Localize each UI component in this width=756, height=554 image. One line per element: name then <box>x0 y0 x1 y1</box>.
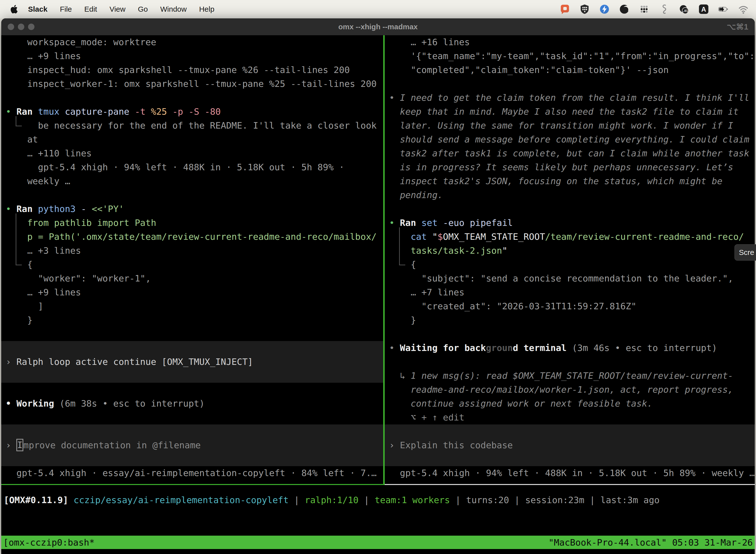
terminal-text-segment: readme-and-reco/mailbox/worker-1.json, a… <box>389 384 733 395</box>
terminal-text-segment: capture-pane <box>65 107 135 117</box>
menu-item-file[interactable]: File <box>54 5 78 13</box>
crescent-circle-icon[interactable] <box>619 3 630 15</box>
active-pane-border-segment <box>1 484 385 485</box>
menu-item-go[interactable]: Go <box>132 5 154 13</box>
terminal-text-segment: › <box>6 440 16 450</box>
terminal-line: inspect task2's JSON, focusing on the st… <box>385 174 755 188</box>
terminal-text-segment: %25 <box>151 107 172 117</box>
bolt-circle-icon[interactable] <box>599 3 610 15</box>
terminal-line: • Ran set -euo pipefail <box>385 216 755 230</box>
terminal-text-segment: inspect_hud: omx sparkshell --tmux-pane … <box>6 65 350 75</box>
terminal-line: should send a message before completing … <box>385 132 755 147</box>
terminal-text-segment: ↳ 1 new msg(s): read $OMX_TEAM_STATE_ROO… <box>389 371 733 381</box>
letter-a-icon[interactable]: A <box>698 3 709 15</box>
terminal-line: gpt-5.4 xhigh · essay/ai-reimplementatio… <box>1 466 383 480</box>
tmux-panes: workspace_mode: worktree … +9 lines insp… <box>1 35 755 484</box>
squiggle-icon[interactable] <box>658 3 670 15</box>
terminal-line: } <box>1 313 383 327</box>
terminal-line <box>1 383 383 397</box>
terminal-text-segment: inspect task2's JSON, focusing on the st… <box>389 176 722 186</box>
right-terminal-pane[interactable]: … +16 lines '{"team_name":"my-team","tas… <box>385 35 755 484</box>
menu-item-help[interactable]: Help <box>193 5 221 13</box>
minimize-button[interactable] <box>18 23 24 30</box>
close-button[interactable] <box>8 23 14 30</box>
terminal-text-segment: cat <box>389 232 432 242</box>
apple-icon[interactable] <box>10 4 18 14</box>
terminal-text-segment: d terminal <box>513 343 572 353</box>
terminal-line <box>1 91 383 105</box>
terminal-line <box>1 327 383 341</box>
terminal-line: "created_at": "2026-03-31T11:59:27.816Z" <box>385 299 755 313</box>
menu-items: SlackFileEditViewGoWindowHelp <box>22 5 220 13</box>
terminal-text-segment: (6m 38s • esc to interrupt) <box>60 398 205 408</box>
terminal-line: "worker": "worker-1", <box>1 272 383 285</box>
terminal-text-segment: should send a message before completing … <box>389 134 749 145</box>
terminal-line: tasks/task-2.json" <box>385 244 755 258</box>
menu-item-slack[interactable]: Slack <box>22 5 54 13</box>
terminal-line: • Working (6m 38s • esc to interrupt) <box>1 397 383 410</box>
terminal-text-segment: be necessary for the end of the README. … <box>6 120 377 130</box>
terminal-text-segment: • <box>389 343 400 353</box>
terminal-line <box>385 452 755 466</box>
terminal-text-segment: OMX_TEAM_STATE_ROOT <box>443 232 545 242</box>
terminal-text-segment: python3 <box>38 204 81 214</box>
terminal-text-segment: I <box>16 439 23 451</box>
terminal-text-segment: … +9 lines <box>6 287 81 297</box>
terminal-text-segment: set <box>422 218 443 228</box>
terminal-line: workspace_mode: worktree <box>1 35 383 49</box>
terminal-text-segment: … +110 lines <box>6 148 92 158</box>
terminal-text-segment: tasks/task-2.json <box>389 245 502 256</box>
terminal-text-segment: /team/review-current-readme-and-reco/ <box>545 232 744 242</box>
terminal-line: task2 after task1 is complete, but can I… <box>385 147 755 160</box>
terminal-text-segment: I need to get the claim token from the c… <box>400 93 749 103</box>
window-titlebar[interactable]: omx --xhigh --madmax ⌥⌘1 <box>1 18 755 35</box>
terminal-text-segment: team:1 workers <box>375 495 450 505</box>
terminal-text-segment: Ran <box>16 204 38 214</box>
menu-item-window[interactable]: Window <box>154 5 193 13</box>
terminal-line: gpt-5.4 xhigh · 94% left · 488K in · 5.1… <box>385 466 755 480</box>
terminal-line: ⌥ + ↑ edit <box>385 410 755 425</box>
terminal-text-segment: gpt-5.4 xhigh · essay/ai-reimplementatio… <box>6 468 377 478</box>
battery-charging-icon[interactable] <box>718 3 729 15</box>
terminal-line: '{"team_name":"my-team","task_id":"1","f… <box>385 49 755 63</box>
inactive-pane-border-segment <box>385 484 755 485</box>
chat-icon[interactable] <box>559 3 570 15</box>
terminal-line: inspect_hud: omx sparkshell --tmux-pane … <box>1 63 383 77</box>
terminal-text-segment: keep that in mind. Maybe I also need the… <box>389 107 739 117</box>
terminal-text-segment: task2 after task1 is complete, but can I… <box>389 148 749 158</box>
terminal-line <box>1 425 383 438</box>
screen-tooltip: Scre <box>735 244 756 261</box>
terminal-text-segment: gpt-5.4 xhigh · 94% left · 488K in · 5.1… <box>389 468 755 478</box>
terminal-text-segment: tmux <box>38 107 65 117</box>
tmux-window-list[interactable]: [omx-cczip0:bash* <box>3 537 94 548</box>
tree-guide-line <box>16 116 22 126</box>
timer-badge-icon[interactable]: ..61 <box>678 3 690 15</box>
wifi-icon[interactable] <box>738 3 749 15</box>
menu-item-view[interactable]: View <box>103 5 131 13</box>
terminal-line: › Ralph loop active continue [OMX_TMUX_I… <box>1 355 383 369</box>
terminal-line: continue assigned work or next feasible … <box>385 397 755 410</box>
terminal-text-segment: p = Path('.omx/state/team/review-current… <box>6 232 377 242</box>
terminal-line: { <box>1 258 383 272</box>
terminal-text-segment: pending. <box>389 190 443 200</box>
terminal-text-segment: "completed","claim_token":"claim-token"}… <box>389 65 669 75</box>
terminal-text-segment: Ran <box>16 107 38 117</box>
terminal-text-segment: › <box>6 357 16 367</box>
terminal-line: } <box>385 313 755 327</box>
terminal-line: { <box>385 258 755 272</box>
zoom-button[interactable] <box>28 23 35 30</box>
terminal-text-segment: • <box>6 107 16 117</box>
dots-grid-icon[interactable] <box>638 3 650 15</box>
left-terminal-pane[interactable]: workspace_mode: worktree … +9 lines insp… <box>1 35 383 484</box>
terminal-text-segment: -t <box>135 107 151 117</box>
terminal-text-segment: } <box>6 315 33 325</box>
terminal-line <box>1 188 383 202</box>
terminal-line: › Improve documentation in @filename <box>1 438 383 452</box>
terminal-text-segment: • Working <box>6 398 60 408</box>
terminal-line: keep that in mind. Maybe I also need the… <box>385 105 755 119</box>
terminal-line: later. Using the same for transition mig… <box>385 119 755 132</box>
terminal-text-segment: ralph:1/10 <box>305 495 359 505</box>
shield-grid-icon[interactable] <box>579 3 590 15</box>
menu-item-edit[interactable]: Edit <box>78 5 104 13</box>
terminal-line: is in progress? It seems likely but perh… <box>385 160 755 174</box>
